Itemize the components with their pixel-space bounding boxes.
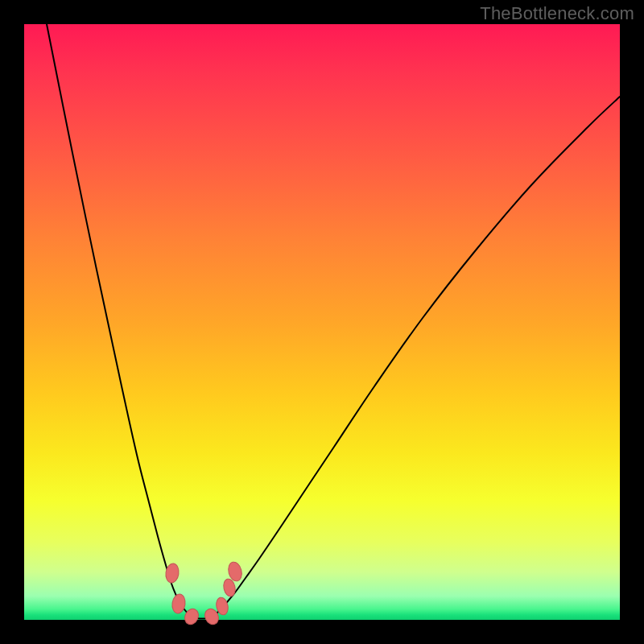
curve-right-branch — [215, 97, 620, 615]
marker-group — [164, 560, 243, 626]
curve-svg — [24, 24, 620, 620]
bottleneck-curve — [47, 24, 620, 619]
chart-frame: TheBottleneck.com — [0, 0, 644, 644]
curve-left-branch — [47, 24, 189, 615]
watermark-text: TheBottleneck.com — [480, 3, 634, 24]
plot-area — [24, 24, 620, 620]
marker-dot — [171, 593, 186, 614]
